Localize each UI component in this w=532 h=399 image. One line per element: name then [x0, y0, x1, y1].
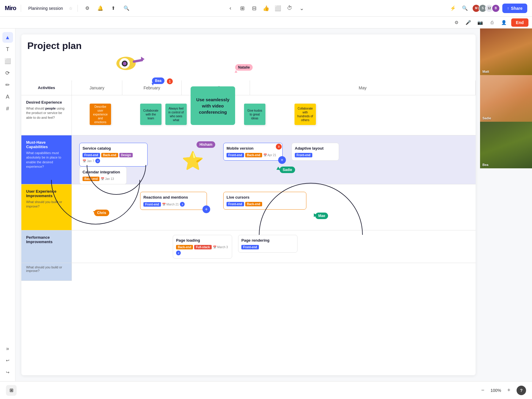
- tag-cal-backend: Back-end: [83, 177, 99, 181]
- present-button[interactable]: ⊟: [249, 3, 259, 14]
- tag-pl-backend: Back-end: [176, 245, 193, 249]
- canvas[interactable]: Matt Sadie Bea Project plan: [15, 28, 532, 381]
- video-conf-card[interactable]: Use seamlessly with video conferencing: [191, 86, 235, 125]
- row-label-perf: Performance Improvements: [21, 230, 72, 263]
- video-card-sadie: Sadie: [480, 75, 532, 122]
- row-desired: Desired Experience What should people us…: [21, 95, 476, 135]
- perf-title: Performance Improvements: [26, 235, 67, 244]
- row-label-perf-2: What should you build or improve?: [21, 263, 72, 281]
- zoom-in-button[interactable]: +: [505, 386, 513, 395]
- mascot-area: [116, 55, 143, 73]
- card-service-catalog[interactable]: Service catalog Front-end Back-end Desig…: [79, 143, 148, 167]
- desired-desc: What should people using the product or …: [26, 106, 67, 120]
- card-page-rendering[interactable]: Page rendering Front-end: [238, 235, 297, 253]
- card-adap-title: Adaptive layout: [295, 146, 336, 151]
- zoom-out-button[interactable]: −: [479, 386, 487, 395]
- tag-mob-backend: Back-end: [245, 153, 262, 157]
- top-bar-right: ⚡ 🔍 M S 12 B ↑ Share: [448, 4, 527, 13]
- card-live-cursors[interactable]: Live cursors Front-end Back-end: [223, 192, 306, 210]
- avatar-bea[interactable]: B: [492, 4, 500, 12]
- video-card-matt: Matt: [480, 28, 532, 75]
- card-mob-title: Mobile version: [227, 146, 279, 151]
- col-activities: Activities: [21, 80, 72, 95]
- cursor-sadie: Sadie: [280, 167, 295, 173]
- sticky-hundreds[interactable]: Collaborate with hundreds of others: [294, 104, 316, 125]
- col-january: January: [72, 80, 122, 95]
- zoom-level[interactable]: 100%: [490, 388, 501, 393]
- screen-share-icon[interactable]: ⎙: [487, 18, 497, 27]
- card-page-loading[interactable]: Page loading Back-end Full-stack 📅 March…: [173, 235, 232, 259]
- card-react-title: Reactions and mentions: [143, 195, 204, 200]
- filter-button[interactable]: ⚡: [448, 4, 458, 13]
- sticky-control[interactable]: Always feel in control of who sees what: [165, 104, 187, 125]
- card-calendar[interactable]: Calendar integration Back-end 📅 Jan 13: [79, 167, 127, 184]
- panel-toggle-button[interactable]: ⊞: [6, 385, 17, 396]
- row-label-ux: User Experience Improvements What should…: [21, 184, 72, 230]
- card-lc-title: Live cursors: [227, 195, 303, 200]
- sticky-tool[interactable]: ⬜: [2, 56, 13, 66]
- card-cal-tags: Back-end 📅 Jan 13: [83, 177, 124, 181]
- font-tool[interactable]: A: [2, 91, 13, 102]
- video-card-bea: Bea: [480, 122, 532, 168]
- sticky-collaborate[interactable]: Collaborate with the team: [140, 104, 162, 125]
- card-reactions[interactable]: Reactions and mentions Front-end 📅 March…: [140, 192, 207, 210]
- star-icon[interactable]: ☆: [69, 6, 73, 11]
- adjust-icon[interactable]: ⚙: [452, 18, 461, 27]
- help-button[interactable]: ?: [517, 386, 526, 395]
- mic-icon[interactable]: 🎤: [464, 18, 473, 27]
- participant-avatars: M S 12 B: [472, 4, 500, 12]
- tag-frontend: Front-end: [83, 153, 100, 157]
- sticky-describe[interactable]: Describe user experience and emotions: [90, 104, 111, 125]
- reactions-button[interactable]: 👍: [261, 3, 271, 14]
- row-must-have: Must-Have Capabilities What capabilities…: [21, 135, 476, 184]
- card-cal-meta: 📅 Jan 13: [101, 177, 114, 180]
- undo-button[interactable]: ↩: [2, 355, 13, 366]
- miro-logo: Miro: [5, 5, 16, 12]
- table-view-button[interactable]: ⊞: [237, 3, 248, 14]
- perf-desc: What should you build or improve?: [26, 265, 67, 273]
- text-tool[interactable]: T: [2, 44, 13, 55]
- tag-adap-frontend: Front-end: [295, 153, 312, 157]
- sticky-kudos[interactable]: Give kudos to great ideas: [244, 104, 265, 125]
- back-button[interactable]: ‹: [225, 3, 236, 14]
- video-label-sadie: Sadie: [482, 116, 491, 120]
- more-tools-sidebar[interactable]: »: [2, 343, 13, 354]
- grid-header: Activities January February April May: [21, 80, 476, 95]
- frame-tool[interactable]: #: [2, 103, 13, 114]
- end-button[interactable]: End: [511, 18, 528, 27]
- more-tools-button[interactable]: ⌄: [296, 3, 307, 14]
- redo-button[interactable]: ↪: [2, 367, 13, 378]
- col-may: May: [250, 80, 476, 95]
- tag-design: Design: [119, 153, 133, 157]
- frame-button[interactable]: ⬜: [273, 3, 283, 14]
- timer-button[interactable]: ⏱: [284, 3, 295, 14]
- cursor-hisham: Hisham: [197, 141, 215, 148]
- video-label-matt: Matt: [482, 70, 489, 73]
- video-panel: Matt Sadie Bea: [480, 28, 532, 168]
- select-tool[interactable]: ▲: [2, 32, 13, 43]
- board-title: Project plan: [27, 40, 82, 51]
- settings-button[interactable]: ⚙: [83, 4, 92, 13]
- project-title[interactable]: Planinning session: [26, 5, 65, 12]
- upload-button[interactable]: ⬆: [109, 4, 118, 13]
- card-pl-tags: Back-end Full-stack 📅 March 3 J: [176, 245, 229, 255]
- tag-react-frontend: Front-end: [143, 202, 161, 207]
- tag-pl-fullstack: Full-stack: [194, 245, 212, 249]
- notifications-button[interactable]: 🔔: [96, 4, 105, 13]
- search-button[interactable]: 🔍: [122, 4, 131, 13]
- card-mob-badge: 3: [276, 144, 282, 150]
- share-button[interactable]: ↑ Share: [502, 4, 527, 13]
- card-adaptive[interactable]: Adaptive layout Front-end: [292, 143, 339, 161]
- zoom-cursor-button[interactable]: 🔍: [460, 4, 470, 13]
- connect-tool[interactable]: ⟳: [2, 68, 13, 78]
- card-pl-title: Page loading: [176, 238, 229, 243]
- pen-tool[interactable]: ✏: [2, 80, 13, 90]
- card-mob-add[interactable]: +: [278, 156, 286, 164]
- must-have-desc: What capabilities must absolutely be in …: [26, 151, 67, 169]
- card-react-add[interactable]: +: [202, 205, 210, 213]
- tag-mob-frontend: Front-end: [227, 153, 244, 157]
- video-icon[interactable]: 📷: [476, 18, 485, 27]
- card-mobile[interactable]: Mobile version 3 Front-end Back-end 📅 Ap…: [223, 143, 283, 161]
- card-sc-avatar: J: [95, 159, 100, 163]
- user-icon[interactable]: 👤: [499, 18, 509, 27]
